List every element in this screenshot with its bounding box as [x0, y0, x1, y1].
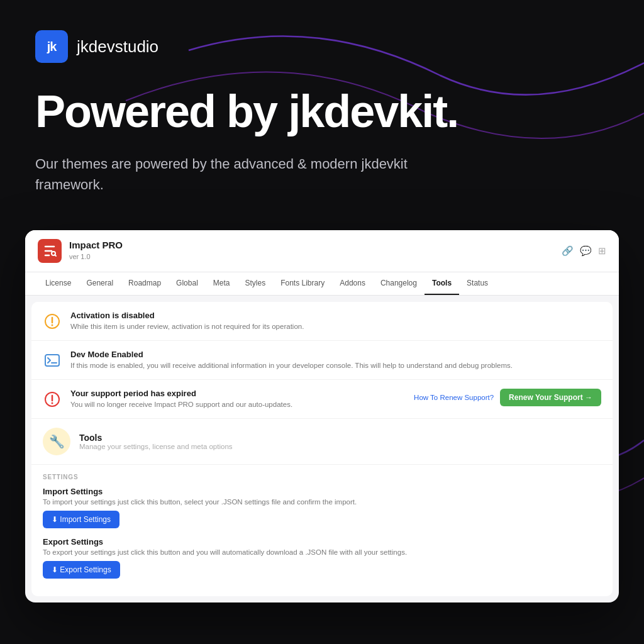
panel-wrapper: Impact PRO ver 1.0 🔗 💬 ⊞ License General…	[0, 230, 644, 602]
panel-title-area: Impact PRO ver 1.0	[38, 239, 123, 263]
export-settings-button[interactable]: ⬇ Export Settings	[43, 561, 120, 579]
settings-section: SETTINGS Import Settings To import your …	[31, 465, 613, 596]
hero-subtitle: Our themes are powered by the advanced &…	[35, 153, 475, 195]
settings-label: SETTINGS	[43, 474, 601, 480]
tab-styles[interactable]: Styles	[237, 272, 273, 295]
tab-addons[interactable]: Addons	[332, 272, 373, 295]
tools-content: Tools Manage your settings, license and …	[79, 433, 233, 450]
hero-title: Powered by jkdevkit.	[35, 88, 609, 136]
panel-actions: 🔗 💬 ⊞	[562, 245, 606, 257]
tab-global[interactable]: Global	[169, 272, 206, 295]
activation-content: Activation is disabled While this item i…	[70, 311, 601, 331]
svg-point-5	[52, 402, 53, 404]
panel-title-text: Impact PRO ver 1.0	[69, 240, 123, 262]
support-actions: How To Renew Support? Renew Your Support…	[414, 389, 601, 406]
tab-meta[interactable]: Meta	[206, 272, 238, 295]
svg-point-2	[52, 324, 53, 326]
brand: jk jkdevstudio	[35, 30, 609, 63]
export-desc: To export your settings just click this …	[43, 548, 601, 556]
support-title: Your support period has expired	[70, 389, 405, 398]
header: jk jkdevstudio Powered by jkdevkit. Our …	[0, 0, 644, 195]
tab-status[interactable]: Status	[459, 272, 496, 295]
import-settings-item: Import Settings To import your settings …	[43, 487, 601, 528]
brand-logo: jk	[35, 30, 68, 63]
nav-tabs: License General Roadmap Global Meta Styl…	[25, 272, 619, 296]
activation-desc: While this item is under review, activat…	[70, 321, 601, 331]
panel-body: Activation is disabled While this item i…	[31, 302, 613, 596]
activation-icon	[43, 312, 62, 331]
tools-desc: Manage your settings, license and meta o…	[79, 443, 233, 450]
tab-license[interactable]: License	[38, 272, 79, 295]
support-icon	[43, 390, 62, 409]
brand-name: jkdevstudio	[77, 37, 158, 57]
product-version: ver 1.0	[69, 253, 91, 260]
tab-general[interactable]: General	[79, 272, 121, 295]
chat-icon: 💬	[580, 245, 592, 257]
tab-tools[interactable]: Tools	[425, 272, 459, 295]
tab-roadmap[interactable]: Roadmap	[121, 272, 169, 295]
support-row: Your support period has expired You will…	[31, 380, 613, 419]
tools-section: 🔧 Tools Manage your settings, license an…	[31, 419, 613, 465]
tab-fonts-library[interactable]: Fonts Library	[273, 272, 332, 295]
panel-product-icon	[38, 239, 62, 263]
svg-rect-3	[45, 355, 59, 366]
renew-button[interactable]: Renew Your Support →	[500, 389, 601, 406]
devmode-desc: If this mode is enabled, you will receiv…	[70, 360, 601, 370]
activation-title: Activation is disabled	[70, 311, 601, 320]
devmode-row: Dev Mode Enabled If this mode is enabled…	[31, 341, 613, 380]
support-desc: You will no longer receive Impact PRO su…	[70, 399, 405, 409]
support-content: Your support period has expired You will…	[70, 389, 405, 409]
tools-title: Tools	[79, 433, 233, 443]
renew-link[interactable]: How To Renew Support?	[414, 394, 494, 401]
panel-header: Impact PRO ver 1.0 🔗 💬 ⊞	[25, 230, 619, 272]
import-title: Import Settings	[43, 487, 601, 496]
tab-changelog[interactable]: Changelog	[373, 272, 425, 295]
grid-icon: ⊞	[598, 245, 606, 257]
import-desc: To import your settings just click this …	[43, 498, 601, 506]
tools-icon: 🔧	[43, 428, 70, 455]
panel: Impact PRO ver 1.0 🔗 💬 ⊞ License General…	[25, 230, 619, 602]
export-settings-item: Export Settings To export your settings …	[43, 537, 601, 579]
devmode-icon	[43, 351, 62, 370]
product-name: Impact PRO	[69, 240, 123, 250]
devmode-content: Dev Mode Enabled If this mode is enabled…	[70, 350, 601, 370]
activation-row: Activation is disabled While this item i…	[31, 302, 613, 341]
link-icon: 🔗	[562, 245, 574, 257]
export-title: Export Settings	[43, 537, 601, 547]
import-settings-button[interactable]: ⬇ Import Settings	[43, 511, 119, 528]
devmode-title: Dev Mode Enabled	[70, 350, 601, 359]
